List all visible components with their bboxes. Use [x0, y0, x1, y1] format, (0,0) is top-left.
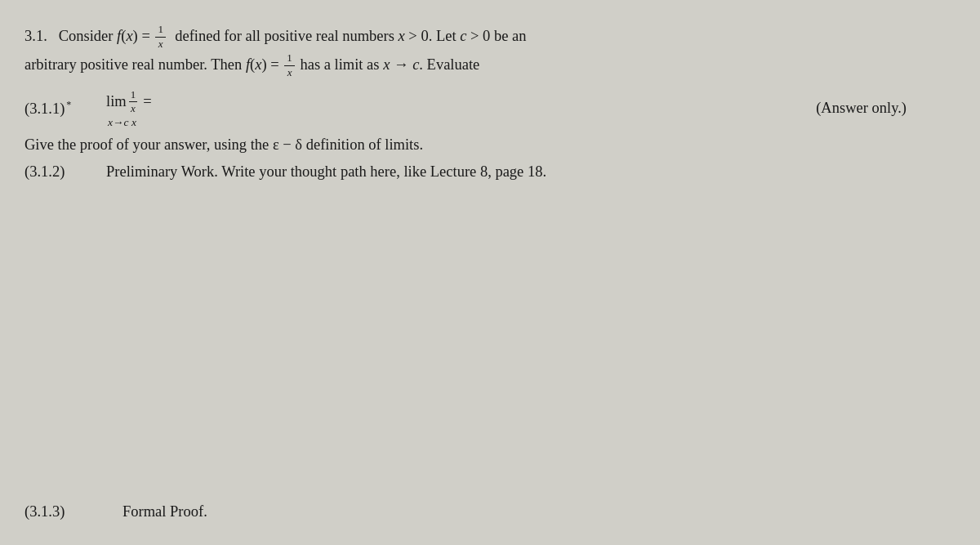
fx2-fraction: 1x — [284, 51, 295, 80]
problem-intro-line1: 3.1. Consider f(x) = 1x defined for all … — [24, 23, 956, 51]
arbitrary-text: arbitrary positive real number. Then f(x… — [24, 56, 283, 72]
defined-for-text: defined for all positive real numbers x … — [172, 28, 527, 44]
section-312-text: Preliminary Work. Write your thought pat… — [106, 163, 956, 181]
give-proof-line: Give the proof of your answer, using the… — [24, 134, 956, 157]
lim-frac-denominator: x — [129, 102, 137, 116]
has-limit-text: has a limit as x → c. Evaluate — [296, 56, 480, 72]
section-313-text: Formal Proof. — [122, 503, 207, 520]
lim-frac-numerator: 1 — [129, 88, 138, 103]
give-proof-text: Give the proof of your answer, using the… — [24, 136, 423, 153]
asterisk-icon: * — [66, 99, 71, 110]
fx2-fraction-numerator: 1 — [284, 51, 295, 66]
lim-subscript: x→c x — [106, 116, 136, 129]
section-313-row: (3.1.3) Formal Proof. — [24, 503, 207, 520]
page: 3.1. Consider f(x) = 1x defined for all … — [0, 0, 980, 545]
section-312-row: (3.1.2) Preliminary Work. Write your tho… — [24, 163, 956, 181]
lim-fraction: 1 x — [129, 88, 138, 117]
problem-intro-line2: arbitrary positive real number. Then f(x… — [24, 51, 956, 80]
limit-expression: lim 1 x = x→c x — [106, 88, 152, 130]
fx-fraction: 1x — [155, 23, 166, 51]
fx-fraction-numerator: 1 — [155, 23, 166, 38]
fx-fraction-denominator: x — [156, 38, 166, 51]
lim-word: lim — [106, 93, 127, 110]
problem-number: 3.1. — [24, 28, 47, 44]
fx-notation: f — [117, 28, 121, 44]
section-313-label: (3.1.3) — [24, 503, 106, 520]
section-311-row: (3.1.1)* lim 1 x = x→c x (Answer only.) — [24, 88, 956, 130]
lim-top-row: lim 1 x = — [106, 88, 152, 117]
equals-sign: = — [143, 93, 151, 110]
fx2-fraction-denominator: x — [285, 66, 295, 80]
section-312-label: (3.1.2) — [24, 163, 106, 181]
lim-block: lim 1 x = x→c x — [106, 88, 152, 130]
x-var1: x — [126, 28, 132, 44]
consider-text: Consider — [59, 28, 114, 44]
problem-header: 3.1. Consider f(x) = 1x defined for all … — [24, 23, 956, 80]
section-311-label: (3.1.1)* — [24, 99, 106, 118]
answer-only-note: (Answer only.) — [816, 100, 956, 117]
